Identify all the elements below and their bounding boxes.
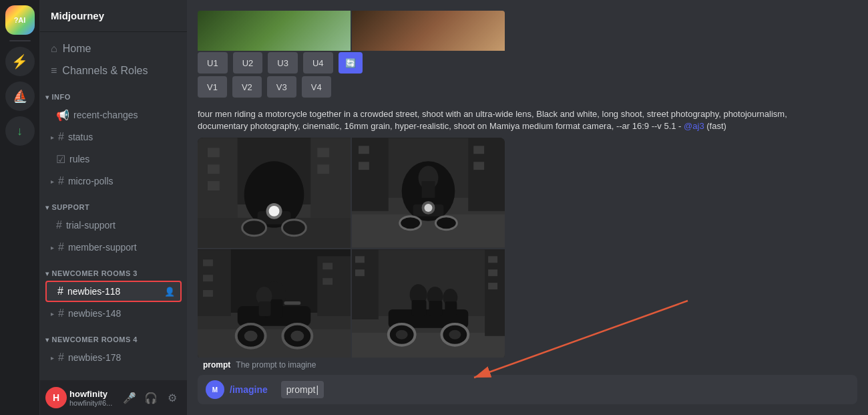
collapse-icon: ▸ [51,178,54,185]
logo-icon[interactable]: ?AI [5,5,35,35]
sidebar-item-micro-polls[interactable]: ▸ # micro-polls [45,170,182,192]
bot-avatar: M [206,380,224,399]
chevron-icon: ▾ [45,204,49,211]
checkbox-icon: ☑ [56,153,65,166]
chat-input-wrapper: M /imagine prompt | [198,375,857,404]
chat-input-area: prompt The prompt to imagine M /imagine … [187,358,868,415]
sidebar-item-channels-roles[interactable]: ≡ Channels & Roles [45,60,182,82]
prompt-input-box[interactable]: prompt | [281,381,324,398]
svg-point-60 [449,330,461,339]
moto-image-1 [198,138,351,248]
hash-icon: # [58,241,64,253]
svg-rect-30 [359,162,369,170]
svg-point-7 [242,220,266,236]
at-user: @aj3 [684,121,704,131]
v1-button-top[interactable]: V1 [198,76,227,98]
slash-command: /imagine [230,384,268,395]
settings-button[interactable]: ⚙ [163,388,182,407]
svg-rect-46 [203,260,213,267]
u4-button-top[interactable]: U4 [303,52,333,74]
download-icon[interactable]: ↓ [5,116,35,146]
server-name[interactable]: Midjourney [40,0,187,32]
image-top-left [198,11,351,51]
boat-icon[interactable]: ⛵ [5,82,35,111]
sidebar-item-newbies-118[interactable]: # newbies-118 👤 [45,281,182,302]
moto-image-4 [352,249,505,358]
hash-icon: # [58,352,64,364]
svg-rect-26 [422,181,435,198]
svg-rect-73 [488,283,497,290]
section-newcomer-rooms-3[interactable]: ▾ NEWCOMER ROOMS 3 [40,259,187,280]
user-info: howfinity howfinity#6... [69,389,118,407]
prompt-hint: prompt The prompt to imagine [198,358,857,372]
svg-rect-31 [473,146,484,154]
collapse-icon: ▸ [51,310,54,317]
svg-rect-11 [208,148,220,158]
svg-rect-15 [317,165,329,174]
svg-rect-27 [352,138,389,212]
microphone-button[interactable]: 🎤 [120,388,139,407]
sidebar-content: ⌂ Home ≡ Channels & Roles ▾ INFO 📢 recen… [40,32,187,380]
sidebar-item-newbies-148[interactable]: ▸ # newbies-148 [45,303,182,324]
collapse-icon: ▸ [51,244,54,251]
svg-rect-47 [203,275,213,282]
refresh-button-top[interactable]: 🔄 [339,52,363,74]
v2-button-top[interactable]: V2 [232,76,262,98]
svg-rect-64 [429,301,442,316]
svg-rect-32 [473,162,484,170]
home-icon: ⌂ [51,43,57,55]
moto-image-3 [198,249,351,358]
u3-button-top[interactable]: U3 [268,52,298,74]
hash-icon: # [58,131,64,143]
sidebar-item-trial-support[interactable]: # trial-support [45,215,182,236]
collapse-icon: ▸ [51,354,54,362]
svg-rect-43 [284,301,300,305]
sidebar-item-status[interactable]: ▸ # status [45,126,182,148]
sidebar-item-recent-changes[interactable]: 📢 recent-changes [45,104,182,126]
svg-point-6 [269,206,280,217]
user-name: howfinity [69,389,118,399]
channels-icon: ≡ [51,65,57,77]
moto-image-2 [352,138,505,248]
section-support[interactable]: ▾ SUPPORT [40,192,187,214]
svg-rect-69 [355,257,365,263]
svg-rect-66 [445,301,457,315]
svg-rect-71 [488,257,497,263]
svg-rect-10 [310,138,351,218]
svg-point-38 [244,331,258,341]
v4-button-top[interactable]: V4 [302,76,331,98]
svg-rect-55 [352,333,505,358]
chevron-icon: ▾ [45,336,49,343]
svg-point-24 [435,217,457,230]
collapse-icon: ▸ [51,134,54,141]
svg-rect-49 [322,263,333,270]
svg-rect-44 [198,250,231,317]
prompt-input-text: prompt [286,384,316,395]
svg-rect-12 [208,165,220,174]
user-avatar: H [45,387,67,408]
sidebar-item-member-support[interactable]: ▸ # member-support [45,237,182,258]
divider [9,40,31,41]
add-friend-icon: 👤 [164,287,175,297]
lightning-icon[interactable]: ⚡ [5,47,35,76]
headphone-button[interactable]: 🎧 [142,388,160,407]
moto-image-grid [198,138,505,358]
section-chat[interactable]: ▾ CHAT [40,369,187,380]
svg-point-23 [400,217,421,230]
svg-rect-70 [355,270,365,277]
svg-text:M: M [212,386,218,394]
v3-button-top[interactable]: V3 [267,76,296,98]
channels-roles-label: Channels & Roles [62,65,148,77]
home-label: Home [63,43,91,55]
u1-button-top[interactable]: U1 [198,52,228,74]
u2-button-top[interactable]: U2 [233,52,263,74]
section-info[interactable]: ▾ INFO [40,82,187,104]
button-row-top-2: V1 V2 V3 V4 [198,76,857,98]
prompt-hint-text: The prompt to imagine [236,360,316,370]
sidebar-item-rules[interactable]: ☑ rules [45,148,182,170]
sidebar-item-newbies-178[interactable]: ▸ # newbies-178 [45,347,182,368]
sidebar-item-home[interactable]: ⌂ Home [45,38,182,59]
chevron-icon: ▾ [45,270,49,277]
section-newcomer-rooms-4[interactable]: ▾ NEWCOMER ROOMS 4 [40,325,187,346]
svg-rect-35 [198,329,351,358]
